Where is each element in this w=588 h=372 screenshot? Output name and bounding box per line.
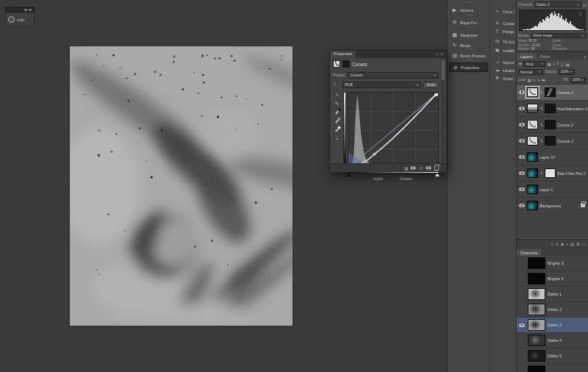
info-panel-body[interactable]: i Info xyxy=(5,12,35,27)
curve-point[interactable] xyxy=(373,153,376,156)
edit-points-icon[interactable]: ∿ xyxy=(335,92,339,97)
channel-row[interactable]: Brights 3 xyxy=(517,256,588,271)
channel-row[interactable] xyxy=(517,364,588,372)
layer-filter-kind-dropdown[interactable]: Kind▼ xyxy=(523,61,545,67)
opacity-field[interactable]: 100%▼ xyxy=(559,69,575,75)
channel-thumbnail[interactable] xyxy=(528,257,545,269)
panel-button-properties[interactable]: ≣Properties xyxy=(449,62,488,72)
panel-button-paragraph[interactable]: ¶Paragraph xyxy=(492,26,514,36)
visibility-eye-icon[interactable] xyxy=(426,166,431,170)
white-point-eyedropper-icon[interactable] xyxy=(334,127,339,132)
fill-field[interactable]: 100%▼ xyxy=(570,77,587,83)
filter-shape-icon[interactable]: ▢ xyxy=(560,62,564,66)
channel-visibility-toggle[interactable] xyxy=(518,323,526,327)
collapse-panel-icon[interactable]: » xyxy=(436,51,438,58)
clip-to-layer-icon[interactable]: ◨ xyxy=(404,166,407,171)
new-group-icon[interactable]: ▤ xyxy=(570,242,574,246)
curves-grid[interactable] xyxy=(348,92,439,168)
curves-adjustment-thumbnail[interactable] xyxy=(527,120,538,129)
panel-button-instamas-[interactable]: ▣InstaMas... xyxy=(492,46,514,55)
curves-plot[interactable] xyxy=(348,93,438,168)
layer-style-icon[interactable]: fx xyxy=(556,242,559,246)
layer-row[interactable]: ∞Curves 2 xyxy=(517,117,588,133)
filter-smart-icon[interactable]: ⬓ xyxy=(566,62,570,66)
channel-thumbnail[interactable] xyxy=(528,304,545,315)
layer-row[interactable]: Layer 17 xyxy=(517,149,588,165)
channel-row[interactable]: Darks 4 xyxy=(517,333,588,348)
layer-row[interactable]: ∞Curves 3 xyxy=(517,85,588,101)
scrollbar-thumb[interactable] xyxy=(442,60,445,80)
panel-button-raya-pro[interactable]: RRaya Pro xyxy=(449,18,488,27)
properties-titlebar[interactable]: Properties » ≡ xyxy=(330,51,446,58)
panel-button-actions[interactable]: ▶Actions xyxy=(449,5,488,15)
layer-mask-thumbnail[interactable] xyxy=(545,168,556,178)
channel-thumbnail[interactable] xyxy=(528,335,545,346)
histogram-source-dropdown[interactable]: Entire Image▼ xyxy=(531,33,587,38)
channel-thumbnail[interactable] xyxy=(528,273,545,285)
tab-channels[interactable]: Channels xyxy=(517,249,541,256)
document-canvas[interactable] xyxy=(70,46,293,326)
layer-thumbnail[interactable] xyxy=(527,168,538,178)
filter-adjustment-icon[interactable]: ◑ xyxy=(553,62,555,66)
huesat-adjustment-thumbnail[interactable] xyxy=(527,104,538,113)
preset-dropdown[interactable]: Custom▼ xyxy=(348,72,439,79)
delete-adjustment-icon[interactable] xyxy=(434,166,439,171)
channel-thumbnail[interactable] xyxy=(528,288,545,300)
tab-properties[interactable]: Properties xyxy=(330,51,356,58)
layer-thumbnail[interactable] xyxy=(527,185,538,194)
layer-visibility-toggle[interactable] xyxy=(518,204,526,207)
layer-mask-thumbnail[interactable] xyxy=(545,136,556,146)
tab-layers[interactable]: Layers xyxy=(517,53,537,60)
layer-row[interactable]: Background xyxy=(517,198,588,214)
layer-visibility-toggle[interactable] xyxy=(518,123,526,126)
filter-pixel-icon[interactable]: ▦ xyxy=(547,62,551,66)
link-layers-icon[interactable]: ∞ xyxy=(551,242,553,246)
panel-menu-icon[interactable]: ≡ xyxy=(441,51,443,58)
add-mask-icon[interactable]: ◙ xyxy=(561,242,563,246)
delete-layer-icon[interactable]: ▭ xyxy=(582,242,586,246)
lock-image-icon[interactable]: ✎ xyxy=(533,78,536,82)
histogram-channel-dropdown[interactable]: Darks 3▼ xyxy=(534,1,581,7)
layer-thumbnail[interactable] xyxy=(527,201,538,210)
tab-paths[interactable]: Paths xyxy=(537,53,554,60)
layer-row[interactable]: ∞Hue/Saturation 1 xyxy=(517,101,588,117)
channel-row[interactable]: Darks 1 xyxy=(517,287,588,302)
layer-visibility-toggle[interactable] xyxy=(518,107,526,110)
info-panel-titlebar[interactable] xyxy=(5,7,35,12)
curves-adjustment-thumbnail[interactable] xyxy=(527,136,538,146)
channel-row[interactable]: Darks 2 xyxy=(517,302,588,318)
layer-row[interactable]: ∞Star Filter Pro 2 xyxy=(517,165,588,182)
channel-thumbnail[interactable] xyxy=(528,319,545,331)
layer-visibility-toggle[interactable] xyxy=(518,90,526,94)
targeted-adjustment-tool-icon[interactable]: ☟ xyxy=(333,82,340,87)
layer-mask-thumbnail[interactable] xyxy=(545,104,556,113)
reset-icon[interactable]: ↺ xyxy=(419,166,423,171)
histogram-expand-icon[interactable]: ⊡ xyxy=(583,2,587,7)
layer-thumbnail[interactable] xyxy=(527,152,538,162)
channel-row[interactable]: Darks 5 xyxy=(517,348,588,364)
scrollbar[interactable] xyxy=(441,58,445,163)
panel-button-clone-so-[interactable]: ⌖Clone So... xyxy=(492,7,514,16)
layer-visibility-toggle[interactable] xyxy=(518,187,526,191)
channel-row[interactable]: Brights 4 xyxy=(517,271,588,287)
black-point-eyedropper-icon[interactable] xyxy=(334,110,339,115)
layer-row[interactable]: ∞Curves 1 xyxy=(517,133,588,149)
channel-row[interactable]: Darks 3 xyxy=(517,318,588,333)
curve-point[interactable] xyxy=(434,93,437,96)
channel-thumbnail[interactable] xyxy=(528,365,545,372)
lock-all-icon[interactable]: ⬒ xyxy=(542,78,545,82)
blend-mode-dropdown[interactable]: Normal▼ xyxy=(518,69,543,75)
channel-thumbnail[interactable] xyxy=(528,350,545,362)
properties-panel[interactable]: Properties » ≡ Curves Preset: Custom▼ ☟ … xyxy=(329,50,447,173)
layer-visibility-toggle[interactable] xyxy=(518,139,526,143)
close-icon[interactable] xyxy=(29,9,32,11)
smooth-curve-icon[interactable]: ≈ xyxy=(336,136,339,141)
pencil-icon[interactable]: ✎ xyxy=(335,101,339,106)
layer-mask-thumbnail[interactable] xyxy=(545,87,556,97)
lock-transparency-icon[interactable]: ▩ xyxy=(528,78,531,82)
gray-point-eyedropper-icon[interactable] xyxy=(334,118,339,124)
info-panel[interactable]: i Info xyxy=(5,7,35,27)
histogram-refresh-icon[interactable]: ⚠ xyxy=(578,11,582,16)
layer-row[interactable]: Layer 1 xyxy=(517,182,588,198)
layer-mask-thumbnail[interactable] xyxy=(545,120,556,129)
